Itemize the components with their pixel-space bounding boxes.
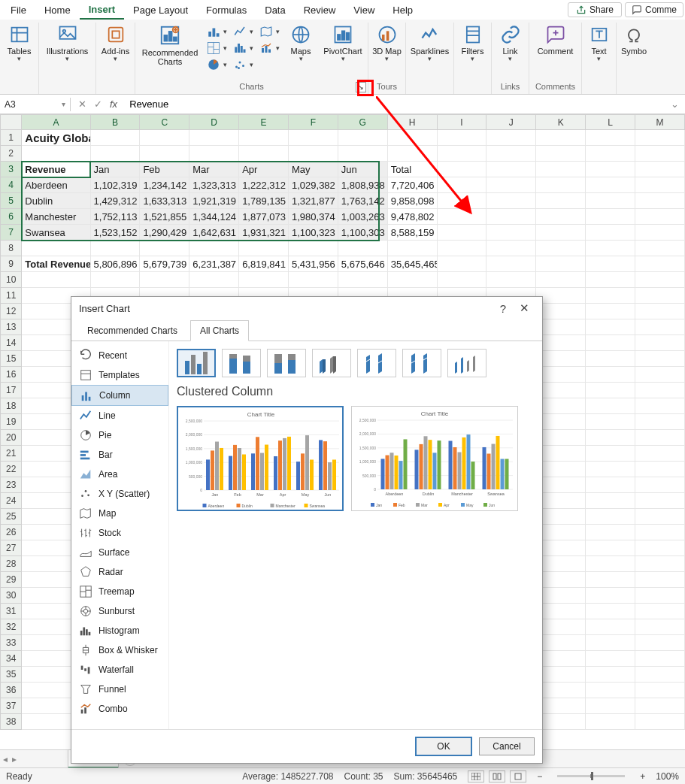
svg-rect-132 xyxy=(381,459,385,489)
cancel-formula-icon[interactable]: ✕ xyxy=(78,98,86,110)
chart-stat-dropdown[interactable]: ▾ xyxy=(232,41,255,56)
maps-button[interactable]: Maps▾ xyxy=(284,23,317,65)
subtype-3d-clustered[interactable] xyxy=(312,349,351,377)
subtype-3d-column[interactable] xyxy=(447,349,486,377)
svg-rect-34 xyxy=(466,27,478,43)
menu-home[interactable]: Home xyxy=(35,2,80,19)
svg-rect-44 xyxy=(80,458,90,460)
zoom-percent[interactable]: 100% xyxy=(656,771,679,782)
chart-type-column[interactable]: Column xyxy=(71,385,168,406)
chart-type-combo[interactable]: Combo xyxy=(71,699,168,719)
svg-rect-24 xyxy=(265,46,268,53)
symbols-button[interactable]: Symbo xyxy=(618,23,650,57)
svg-rect-149 xyxy=(462,437,466,489)
zoom-slider[interactable] xyxy=(557,775,625,777)
sparklines-button[interactable]: Sparklines▾ xyxy=(408,23,453,65)
chart-type-histogram[interactable]: Histogram xyxy=(71,621,168,640)
formula-input[interactable] xyxy=(125,97,665,111)
zoom-out-button[interactable]: − xyxy=(537,771,542,782)
enter-formula-icon[interactable]: ✓ xyxy=(94,98,102,110)
chart-pie-dropdown[interactable]: ▾ xyxy=(205,57,229,72)
sheet-nav-prev[interactable]: ◂ xyxy=(3,754,8,764)
filters-button[interactable]: Filters▾ xyxy=(456,23,490,65)
menu-insert[interactable]: Insert xyxy=(80,1,124,20)
chart-type-radar[interactable]: Radar xyxy=(71,562,168,582)
histogram-icon xyxy=(233,41,247,55)
chart-type-area[interactable]: Area xyxy=(71,465,168,484)
menu-review[interactable]: Review xyxy=(295,2,345,19)
chart-map-dropdown[interactable]: ▾ xyxy=(258,24,281,39)
sheet-nav-next[interactable]: ▸ xyxy=(12,754,17,764)
view-pagebreak-button[interactable] xyxy=(510,770,526,782)
chart-column-dropdown[interactable]: ▾ xyxy=(205,24,229,39)
svg-rect-6 xyxy=(165,35,168,41)
chart-preview-1[interactable]: Chart Title0500,0001,000,0001,500,0002,0… xyxy=(177,406,344,511)
tables-button[interactable]: Tables▾ xyxy=(2,23,38,65)
subtype-3d-stacked[interactable] xyxy=(357,349,396,377)
dialog-close-button[interactable]: ✕ xyxy=(514,301,535,315)
pivotchart-icon xyxy=(332,24,353,45)
pivotchart-button[interactable]: PivotChart▾ xyxy=(320,23,365,65)
view-pagelayout-button[interactable] xyxy=(489,770,505,782)
cancel-button[interactable]: Cancel xyxy=(479,737,535,755)
chart-hier-dropdown[interactable]: ▾ xyxy=(205,41,229,56)
menu-formulas[interactable]: Formulas xyxy=(197,2,256,19)
svg-rect-178 xyxy=(515,773,521,779)
menu-help[interactable]: Help xyxy=(383,2,422,19)
chart-type-stock[interactable]: Stock xyxy=(71,523,168,543)
text-button[interactable]: Text▾ xyxy=(583,23,615,65)
chart-type-x-y-scatter-[interactable]: X Y (Scatter) xyxy=(71,484,168,504)
dialog-tab-allcharts[interactable]: All Charts xyxy=(190,320,249,341)
name-box[interactable]: A3▾ xyxy=(0,98,71,111)
chart-line-dropdown[interactable]: ▾ xyxy=(232,24,255,39)
comments-button[interactable]: Comme xyxy=(625,2,683,17)
link-button[interactable]: Link▾ xyxy=(493,23,528,65)
svg-rect-102 xyxy=(301,453,305,490)
map-chart-icon xyxy=(259,25,273,38)
recommended-charts-button[interactable]: Recommended Charts xyxy=(138,23,202,68)
comment-button[interactable]: Comment xyxy=(532,23,580,57)
chart-type-surface[interactable]: Surface xyxy=(71,543,168,562)
addins-button[interactable]: Add-ins▾ xyxy=(99,23,133,65)
subtype-3d-100stacked[interactable] xyxy=(402,349,441,377)
chart-combo-dropdown[interactable]: ▾ xyxy=(258,41,281,56)
chart-type-funnel[interactable]: Funnel xyxy=(71,680,168,699)
svg-rect-94 xyxy=(265,445,268,490)
subtype-stacked-column[interactable] xyxy=(222,349,261,377)
share-icon xyxy=(576,5,586,15)
svg-rect-43 xyxy=(80,454,86,456)
subtype-clustered-column[interactable] xyxy=(177,349,216,377)
svg-rect-139 xyxy=(415,450,419,489)
svg-rect-32 xyxy=(382,35,385,41)
charts-dialog-launcher[interactable]: ↘ xyxy=(356,82,366,92)
fx-icon[interactable]: fx xyxy=(110,98,117,110)
zoom-in-button[interactable]: + xyxy=(640,771,645,782)
chart-preview-2[interactable]: Chart Title0500,0001,000,0001,500,0002,0… xyxy=(351,406,518,511)
3dmap-button[interactable]: 3D Map▾ xyxy=(370,23,405,65)
illustrations-button[interactable]: Illustrations▾ xyxy=(41,23,94,65)
ok-button[interactable]: OK xyxy=(416,737,471,755)
chart-type-waterfall[interactable]: Waterfall xyxy=(71,660,168,680)
formula-expand-icon[interactable]: ⌄ xyxy=(665,98,685,110)
share-button[interactable]: Share xyxy=(568,2,622,17)
chart-type-recent[interactable]: Recent xyxy=(71,346,168,365)
chart-type-bar[interactable]: Bar xyxy=(71,445,168,465)
chart-type-templates[interactable]: Templates xyxy=(71,365,168,385)
slicer-icon xyxy=(462,24,483,45)
chart-scatter-dropdown[interactable]: ▾ xyxy=(232,57,255,72)
subtype-100stacked-column[interactable] xyxy=(267,349,306,377)
chart-type-treemap[interactable]: Treemap xyxy=(71,582,168,601)
menu-view[interactable]: View xyxy=(344,2,383,19)
chart-type-line[interactable]: Line xyxy=(71,406,168,425)
menu-pagelayout[interactable]: Page Layout xyxy=(124,2,197,19)
chart-type-map[interactable]: Map xyxy=(71,504,168,523)
dialog-tab-recommended[interactable]: Recommended Charts xyxy=(77,320,187,341)
menu-data[interactable]: Data xyxy=(256,2,294,19)
chart-type-pie[interactable]: Pie xyxy=(71,425,168,445)
link-icon xyxy=(500,24,521,45)
menu-file[interactable]: File xyxy=(2,2,35,19)
chart-type-box-whisker[interactable]: Box & Whisker xyxy=(71,640,168,660)
dialog-help-button[interactable]: ? xyxy=(493,302,514,315)
chart-type-sunburst[interactable]: Sunburst xyxy=(71,601,168,621)
view-normal-button[interactable] xyxy=(468,770,484,782)
